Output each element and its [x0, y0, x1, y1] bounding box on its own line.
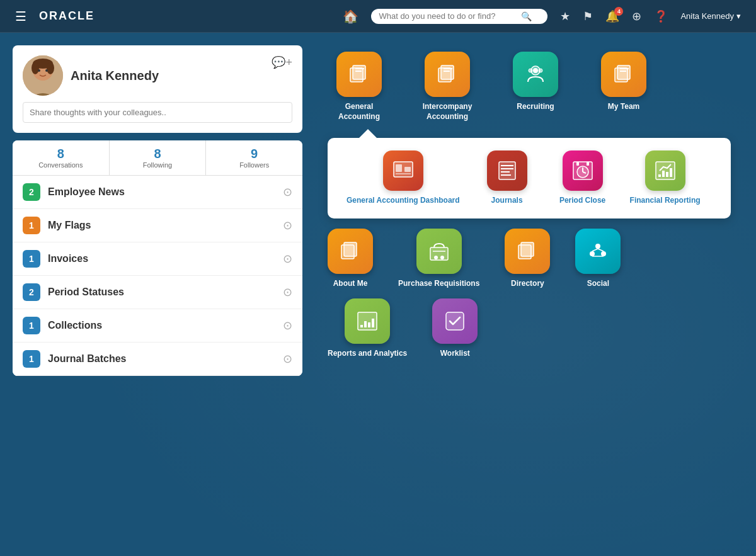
period-close-icon: [563, 150, 603, 191]
oracle-logo: ORACLE: [39, 9, 94, 23]
app-label-my-team: My Team: [608, 102, 639, 112]
app-label-worklist: Worklist: [440, 349, 470, 359]
feed-label: My Flags: [48, 220, 275, 231]
favorites-icon[interactable]: ★: [555, 7, 575, 26]
feed-label: Journal Batches: [48, 353, 275, 365]
app-label-recruiting: Recruiting: [517, 102, 554, 112]
chat-icon[interactable]: 💬+: [272, 55, 292, 69]
nav-icons: ★ ⚑ 🔔 4 ⊕ ❓ Anita Kennedy ▾: [555, 7, 746, 26]
svg-rect-13: [441, 65, 454, 79]
flags-icon[interactable]: ⚑: [578, 7, 598, 26]
svg-rect-62: [372, 319, 374, 327]
stats-card: 8 Conversations 8 Following 9 Followers …: [13, 140, 302, 376]
expanded-app-ga-dashboard[interactable]: General Accounting Dashboard: [346, 150, 460, 206]
feed-badge: 2: [23, 283, 40, 301]
stat-followers[interactable]: 9 Followers: [206, 140, 302, 175]
purchase-req-icon: [416, 229, 462, 274]
app-label-purchase-req: Purchase Requisitions: [398, 279, 479, 289]
svg-rect-15: [444, 71, 450, 72]
app-social[interactable]: Social: [575, 229, 621, 289]
expanded-app-period-close[interactable]: Period Close: [554, 150, 611, 206]
feed-item[interactable]: 1 Invoices ⊙: [13, 242, 302, 276]
app-my-team[interactable]: My Team: [592, 52, 655, 122]
app-reports-analytics[interactable]: Reports and Analytics: [328, 298, 407, 359]
svg-point-54: [601, 251, 606, 256]
feed-arrow-icon: ⊙: [283, 252, 292, 266]
svg-rect-28: [499, 162, 515, 179]
recruiting-icon: [513, 52, 558, 97]
search-icon: 🔍: [521, 11, 532, 21]
app-directory[interactable]: Directory: [505, 229, 550, 289]
directory-icon: [505, 229, 550, 274]
feed-item[interactable]: 1 My Flags ⊙: [13, 209, 302, 242]
expanded-label-journals: Journals: [491, 196, 523, 206]
accessibility-icon[interactable]: ⊕: [627, 7, 646, 26]
home-icon[interactable]: 🏠: [338, 6, 364, 26]
feed-arrow-icon: ⊙: [283, 319, 292, 332]
feed-label: Collections: [48, 320, 275, 331]
app-worklist[interactable]: Worklist: [432, 298, 478, 359]
svg-rect-14: [444, 68, 452, 69]
avatar: [23, 55, 63, 96]
svg-rect-41: [662, 171, 665, 177]
svg-point-19: [539, 69, 542, 72]
svg-rect-11: [355, 71, 362, 72]
svg-rect-27: [396, 173, 411, 174]
hamburger-icon[interactable]: ☰: [10, 6, 32, 26]
bottom-row-1: About Me Purchase Requisitions: [328, 229, 731, 289]
social-icon: [575, 229, 621, 274]
feed-label: Invoices: [48, 253, 275, 264]
svg-rect-37: [576, 162, 579, 166]
search-input[interactable]: [379, 11, 517, 21]
app-label-about-me: About Me: [333, 279, 368, 289]
svg-rect-29: [501, 165, 513, 166]
help-icon[interactable]: ❓: [649, 7, 673, 26]
feed-list: 2 Employee News ⊙ 1 My Flags ⊙ 1 Invoice…: [13, 176, 302, 376]
search-bar: 🔍: [371, 9, 547, 24]
share-input[interactable]: [23, 102, 292, 123]
profile-header: Anita Kennedy 💬+: [23, 55, 292, 96]
svg-rect-38: [587, 162, 589, 166]
feed-item[interactable]: 2 Employee News ⊙: [13, 176, 302, 209]
expanded-label-period-close: Period Close: [559, 196, 605, 206]
svg-rect-42: [666, 172, 668, 177]
svg-point-47: [434, 256, 438, 259]
svg-rect-26: [404, 167, 411, 172]
financial-reporting-icon: [645, 150, 685, 191]
feed-item[interactable]: 1 Journal Batches ⊙: [13, 343, 302, 376]
stat-conversations[interactable]: 8 Conversations: [13, 140, 110, 175]
app-about-me[interactable]: About Me: [328, 229, 373, 289]
svg-point-52: [595, 244, 600, 249]
stat-following[interactable]: 8 Following: [110, 140, 207, 175]
app-label-social: Social: [587, 279, 609, 289]
app-recruiting[interactable]: Recruiting: [504, 52, 567, 122]
app-label-reports-analytics: Reports and Analytics: [328, 349, 407, 359]
ga-dashboard-icon: [383, 150, 423, 191]
notifications-icon[interactable]: 🔔 4: [600, 7, 624, 26]
app-intercompany-accounting[interactable]: Intercompany Accounting: [416, 52, 479, 122]
feed-label: Employee News: [48, 186, 275, 198]
profile-name: Anita Kennedy: [71, 69, 264, 83]
my-team-icon: [601, 52, 646, 97]
notification-badge: 4: [614, 7, 623, 16]
feed-label: Period Statuses: [48, 287, 275, 298]
expanded-app-financial-reporting[interactable]: Financial Reporting: [630, 150, 701, 206]
feed-arrow-icon: ⊙: [283, 218, 292, 232]
navbar: ☰ ORACLE 🏠 🔍 ★ ⚑ 🔔 4 ⊕ ❓ Anita Kennedy ▾: [0, 0, 756, 33]
svg-rect-25: [396, 164, 402, 172]
user-menu[interactable]: Anita Kennedy ▾: [675, 9, 746, 23]
feed-item[interactable]: 1 Collections ⊙: [13, 309, 302, 343]
svg-rect-60: [364, 321, 367, 327]
app-label-general-accounting: General Accounting: [328, 102, 391, 122]
svg-rect-32: [501, 174, 511, 176]
top-app-grid: General Accounting Intercompany Accounti…: [315, 45, 743, 128]
svg-rect-40: [658, 174, 661, 177]
app-purchase-requisitions[interactable]: Purchase Requisitions: [398, 229, 479, 289]
expanded-app-journals[interactable]: Journals: [479, 150, 536, 206]
intercompany-accounting-icon: [425, 52, 470, 97]
svg-point-4: [32, 62, 39, 74]
about-me-icon: [328, 229, 373, 274]
svg-rect-23: [620, 71, 626, 72]
app-general-accounting[interactable]: General Accounting: [328, 52, 391, 122]
feed-item[interactable]: 2 Period Statuses ⊙: [13, 276, 302, 309]
